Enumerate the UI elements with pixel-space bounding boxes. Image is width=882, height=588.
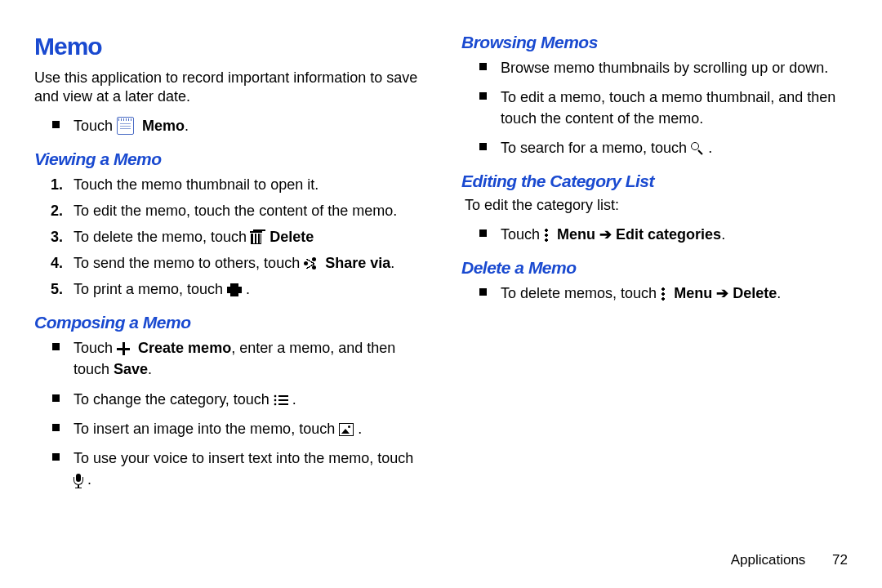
page-title: Memo	[34, 33, 424, 60]
overflow-menu-icon	[544, 228, 549, 243]
edit-categories-label: Edit categories	[616, 226, 721, 243]
right-column: Browsing Memos Browse memo thumbnails by…	[461, 33, 851, 498]
delete-label: Delete	[733, 285, 777, 301]
list-item: To delete the memo, touch Delete	[74, 226, 424, 247]
search-icon	[691, 142, 704, 155]
list-item: To search for a memo, touch .	[501, 137, 851, 158]
text: Touch	[74, 118, 117, 134]
microphone-icon	[74, 474, 83, 488]
touch-memo-step: Touch Memo.	[74, 115, 424, 136]
manual-page: Memo Use this application to record impo…	[0, 0, 882, 588]
menu-label: Menu	[553, 226, 595, 243]
list-item: Touch the memo thumbnail to open it.	[74, 174, 424, 195]
list-item: To edit a memo, touch a memo thumbnail, …	[501, 87, 851, 129]
footer-section: Applications	[731, 552, 806, 568]
menu-label: Menu	[670, 285, 712, 301]
share-label: Share via	[321, 255, 390, 271]
memo-label: Memo	[138, 118, 185, 134]
section-heading: Browsing Memos	[461, 33, 851, 52]
save-label: Save	[114, 361, 148, 377]
list-item: To print a memo, touch .	[74, 278, 424, 300]
section-heading: Composing a Memo	[34, 313, 424, 332]
left-column: Memo Use this application to record impo…	[34, 33, 424, 498]
category-list-icon	[274, 394, 288, 406]
plus-icon	[117, 342, 130, 355]
list-item: To change the category, touch .	[74, 389, 424, 410]
arrow-icon: ➔	[712, 285, 733, 301]
section-heading: Delete a Memo	[461, 258, 851, 278]
list-item: To use your voice to insert text into th…	[74, 448, 424, 490]
page-footer: Applications 72	[731, 552, 848, 568]
image-icon	[339, 423, 354, 436]
create-memo-label: Create memo	[134, 340, 231, 356]
editing-intro: To edit the category list:	[465, 196, 851, 215]
print-icon	[227, 283, 242, 296]
list-item: To send the memo to others, touch Share …	[74, 252, 424, 274]
list-item: To edit the memo, touch the content of t…	[74, 200, 424, 221]
list-item: To delete memos, touch Menu ➔ Delete.	[501, 283, 851, 304]
intro-text: Use this application to record important…	[34, 69, 424, 107]
page-number: 72	[832, 552, 848, 568]
list-item: To insert an image into the memo, touch …	[74, 418, 424, 439]
list-item: Browse memo thumbnails by scrolling up o…	[501, 57, 851, 78]
columns: Memo Use this application to record impo…	[34, 33, 851, 498]
delete-label: Delete	[265, 229, 314, 245]
overflow-menu-icon	[661, 287, 666, 301]
trash-icon	[251, 231, 261, 244]
list-item: Touch Menu ➔ Edit categories.	[501, 224, 851, 245]
text: .	[185, 118, 189, 134]
section-heading: Viewing a Memo	[34, 149, 424, 169]
notepad-icon	[117, 117, 134, 135]
list-item: Touch Create memo, enter a memo, and the…	[74, 337, 424, 380]
arrow-icon: ➔	[595, 226, 616, 243]
share-icon	[304, 257, 317, 270]
section-heading: Editing the Category List	[461, 172, 851, 191]
